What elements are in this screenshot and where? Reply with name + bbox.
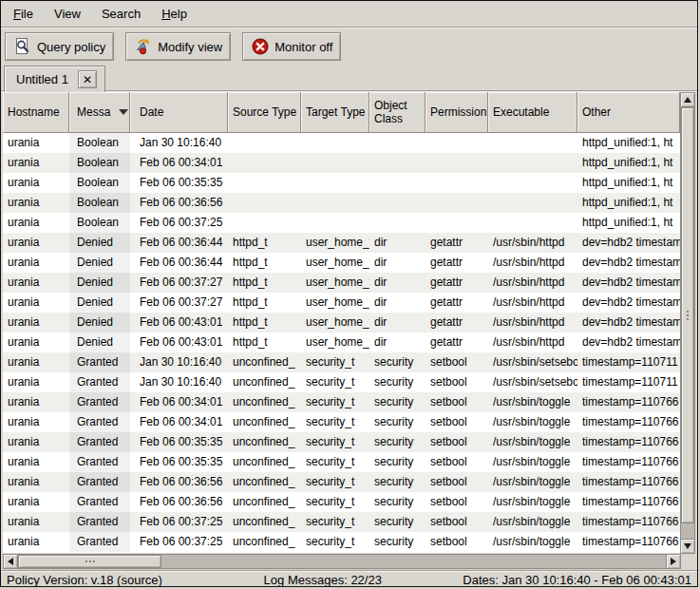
modify-view-button[interactable]: Modify view [125, 32, 231, 61]
cell-target-type: security_t [301, 512, 369, 532]
cell-executable: /usr/sbin/toggle [488, 472, 577, 492]
cell-other: dev=hdb2 timestamp [577, 253, 680, 273]
cell-source-type: unconfined_ [228, 452, 301, 472]
tab-untitled-1[interactable]: Untitled 1 ✕ [4, 66, 105, 92]
cell-source-type: unconfined_ [228, 512, 301, 532]
log-row[interactable]: uraniaDeniedFeb 06 00:36:44httpd_tuser_h… [3, 253, 682, 273]
log-row[interactable]: uraniaDeniedFeb 06 00:37:27httpd_tuser_h… [3, 293, 682, 313]
cell-date: Feb 06 00:36:56 [130, 492, 228, 512]
status-bar: Policy Version: v.18 (source) Log Messag… [1, 570, 697, 587]
cell-hostname: urania [3, 133, 69, 153]
column-header-source-type[interactable]: Source Type [228, 92, 301, 133]
cell-message: Denied [69, 233, 130, 253]
cell-object-class [369, 133, 426, 153]
cell-source-type: unconfined_ [228, 492, 301, 512]
cell-hostname: urania [3, 193, 69, 213]
column-header-target-type[interactable]: Target Type [301, 92, 369, 133]
menu-bar: FileViewSearchHelp [1, 1, 697, 28]
log-row[interactable]: uraniaGrantedFeb 06 00:37:25unconfined_s… [3, 532, 682, 552]
cell-other: httpd_unified:1, ht [577, 153, 680, 173]
toolbar-button-label: Query policy [37, 40, 105, 54]
log-row[interactable]: uraniaGrantedFeb 06 00:34:01unconfined_s… [3, 412, 682, 432]
cell-hostname: urania [3, 412, 69, 432]
cell-hostname: urania [3, 213, 69, 233]
cell-object-class: dir [369, 273, 426, 293]
vertical-scrollbar[interactable] [680, 92, 695, 554]
cell-message: Granted [69, 532, 130, 552]
cell-executable [488, 193, 577, 213]
cell-hostname: urania [3, 512, 69, 532]
log-row[interactable]: uraniaDeniedFeb 06 00:43:01httpd_tuser_h… [3, 313, 682, 332]
log-row[interactable]: uraniaGrantedJan 30 10:16:40unconfined_s… [3, 372, 682, 392]
log-row[interactable]: uraniaBooleanJan 30 10:16:40httpd_unifie… [3, 133, 682, 153]
cell-source-type [228, 153, 301, 173]
vertical-scrollbar-thumb[interactable] [681, 107, 694, 523]
cell-executable: /usr/sbin/httpd [488, 332, 577, 352]
cell-date: Feb 06 00:37:25 [130, 213, 228, 233]
column-header-message[interactable]: Messa [69, 92, 130, 133]
log-row[interactable]: uraniaGrantedFeb 06 00:35:35unconfined_s… [3, 452, 682, 472]
horizontal-scrollbar[interactable] [3, 554, 681, 569]
cell-other: httpd_unified:1, ht [577, 213, 680, 233]
column-header-executable[interactable]: Executable [488, 92, 577, 133]
scroll-down-button[interactable] [680, 539, 695, 554]
cell-executable [488, 213, 577, 233]
log-row[interactable]: uraniaGrantedFeb 06 00:36:56unconfined_s… [3, 492, 682, 512]
cell-source-type: httpd_t [228, 273, 301, 293]
cell-message: Boolean [69, 173, 130, 193]
column-header-hostname[interactable]: Hostname [3, 92, 69, 133]
scroll-right-button[interactable] [666, 554, 681, 569]
log-row[interactable]: uraniaGrantedFeb 06 00:34:01unconfined_s… [3, 392, 682, 412]
cell-date: Feb 06 00:37:25 [130, 512, 228, 532]
cell-date: Feb 06 00:35:35 [130, 173, 228, 193]
column-header-other[interactable]: Other [577, 92, 680, 133]
monitor-off-button[interactable]: Monitor off [242, 32, 341, 61]
cell-object-class: security [369, 532, 426, 552]
menu-file[interactable]: File [3, 3, 44, 25]
horizontal-scrollbar-thumb[interactable] [18, 555, 161, 568]
cell-date: Feb 06 00:37:27 [130, 273, 228, 293]
cell-target-type: security_t [301, 352, 369, 372]
log-row[interactable]: uraniaBooleanFeb 06 00:37:25httpd_unifie… [3, 213, 682, 233]
scroll-up-button[interactable] [680, 92, 695, 107]
column-header-object-class[interactable]: Object Class [369, 92, 426, 133]
tab-close-button[interactable]: ✕ [78, 70, 97, 88]
menu-help[interactable]: Help [151, 3, 198, 25]
column-header-permission[interactable]: Permission [426, 92, 488, 133]
query-policy-button[interactable]: Query policy [5, 32, 114, 61]
log-row[interactable]: uraniaGrantedFeb 06 00:36:56unconfined_s… [3, 472, 682, 492]
cell-source-type: httpd_t [228, 233, 301, 253]
log-row[interactable]: uraniaDeniedFeb 06 00:36:44httpd_tuser_h… [3, 233, 682, 253]
horizontal-scrollbar-trough[interactable] [18, 554, 666, 569]
cell-permission: setbool [426, 372, 488, 392]
menu-view[interactable]: View [44, 3, 91, 25]
column-header-date[interactable]: Date [130, 92, 228, 133]
log-row[interactable]: uraniaDeniedFeb 06 00:37:27httpd_tuser_h… [3, 273, 682, 293]
log-row[interactable]: uraniaDeniedFeb 06 00:43:01httpd_tuser_h… [3, 332, 682, 352]
log-row[interactable]: uraniaBooleanFeb 06 00:34:01httpd_unifie… [3, 153, 682, 173]
cell-object-class [369, 193, 426, 213]
cell-hostname: urania [3, 532, 69, 552]
cell-target-type: security_t [301, 412, 369, 432]
cell-object-class: security [369, 372, 426, 392]
arrow-down-icon [684, 543, 691, 549]
log-row[interactable]: uraniaGrantedFeb 06 00:37:25unconfined_s… [3, 512, 682, 532]
log-row[interactable]: uraniaBooleanFeb 06 00:35:35httpd_unifie… [3, 173, 682, 193]
vertical-scrollbar-trough[interactable] [680, 107, 695, 539]
scroll-left-button[interactable] [3, 554, 18, 569]
log-row[interactable]: uraniaBooleanFeb 06 00:36:56httpd_unifie… [3, 193, 682, 213]
cell-target-type: user_home_t [301, 253, 369, 273]
cell-executable [488, 153, 577, 173]
log-row[interactable]: uraniaGrantedFeb 06 00:35:35unconfined_s… [3, 432, 682, 452]
log-row[interactable]: uraniaGrantedJan 30 10:16:40unconfined_s… [3, 352, 682, 372]
cell-permission: getattr [426, 253, 488, 273]
cell-hostname: urania [3, 352, 69, 372]
cell-message: Boolean [69, 193, 130, 213]
menu-search[interactable]: Search [91, 3, 151, 25]
cell-target-type: security_t [301, 532, 369, 552]
cell-message: Granted [69, 372, 130, 392]
cell-other: httpd_unified:1, ht [577, 173, 680, 193]
cell-executable: /usr/sbin/httpd [488, 253, 577, 273]
cell-executable [488, 133, 577, 153]
column-header-label: Messa [77, 105, 110, 119]
